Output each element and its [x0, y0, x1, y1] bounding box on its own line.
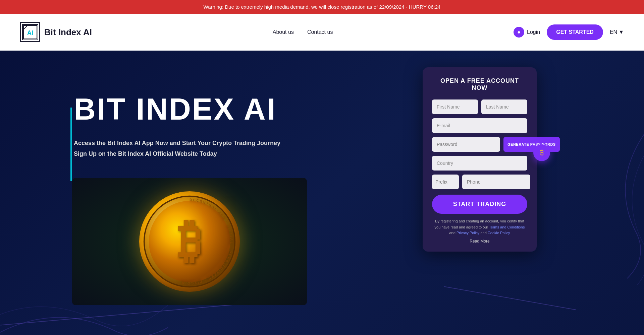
language-selector[interactable]: EN ▼: [610, 29, 624, 35]
hero-subtitle-line2: Sign Up on the Bit Index AI Official Web…: [74, 150, 217, 157]
nav-contact[interactable]: Contact us: [307, 29, 333, 35]
password-input[interactable]: [432, 137, 500, 152]
email-input[interactable]: [432, 118, 527, 133]
login-button[interactable]: ● Login: [514, 27, 540, 38]
logo-icon: AI: [22, 24, 38, 40]
get-started-button[interactable]: GET STARTED: [547, 24, 603, 40]
nav-links: About us Contact us: [273, 29, 333, 35]
phone-row: [432, 175, 527, 189]
lang-label: EN: [610, 29, 617, 35]
country-input[interactable]: [432, 156, 527, 171]
generate-passwords-button[interactable]: GENERATE PASSWORDS: [503, 137, 560, 152]
hero-subtitle-line1: Access the Bit Index AI App Now and Star…: [74, 140, 280, 146]
disclaimer-and1: and: [449, 231, 455, 235]
first-name-input[interactable]: [432, 99, 478, 114]
warning-text: Warning: Due to extremely high media dem…: [204, 4, 441, 10]
password-row: GENERATE PASSWORDS: [432, 137, 527, 152]
read-more-link[interactable]: Read More: [432, 239, 527, 244]
terms-link[interactable]: Terms and Conditions: [489, 225, 525, 229]
floating-bitcoin-badge: ₿: [533, 144, 550, 161]
disclaimer-and2: and: [480, 231, 486, 235]
logo-text: Bit Index AI: [44, 27, 92, 38]
navbar: AI Bit Index AI About us Contact us ● Lo…: [0, 14, 644, 51]
warning-banner: Warning: Due to extremely high media dem…: [0, 0, 644, 14]
user-icon: ●: [514, 27, 524, 38]
phone-input[interactable]: [462, 175, 530, 189]
nav-about[interactable]: About us: [273, 29, 294, 35]
form-title: OPEN A FREE ACCOUNT NOW: [432, 77, 527, 91]
accent-bar: [70, 108, 72, 181]
bitcoin-coin-icon: ₿ ₿ DECENTRALIZED · DIGITAL · PEER-TO-PE…: [139, 191, 240, 292]
hero-subtitle: Access the Bit Index AI App Now and Star…: [74, 138, 309, 159]
logo-box: AI: [20, 22, 40, 42]
prefix-input[interactable]: [432, 175, 459, 189]
hero-section: BIT INDEX AI Access the Bit Index AI App…: [0, 51, 644, 335]
form-disclaimer: By registering and creating an account, …: [432, 218, 527, 236]
cookie-link[interactable]: Cookie Policy: [488, 231, 510, 235]
last-name-input[interactable]: [481, 99, 527, 114]
bitcoin-image: ₿ ₿ DECENTRALIZED · DIGITAL · PEER-TO-PE…: [72, 178, 307, 305]
svg-text:₿: ₿: [178, 215, 201, 267]
login-label: Login: [527, 29, 540, 35]
name-row: [432, 99, 527, 114]
start-trading-button[interactable]: START TRADING: [432, 195, 527, 214]
logo-area: AI Bit Index AI: [20, 22, 92, 42]
svg-text:AI: AI: [27, 29, 33, 36]
nav-right: ● Login GET STARTED EN ▼: [514, 24, 624, 40]
hero-title: BIT INDEX AI: [74, 94, 644, 124]
privacy-link[interactable]: Privacy Policy: [457, 231, 479, 235]
registration-form: OPEN A FREE ACCOUNT NOW GENERATE PASSWOR…: [423, 67, 537, 252]
svg-line-2: [23, 25, 28, 29]
chevron-down-icon: ▼: [619, 29, 624, 35]
